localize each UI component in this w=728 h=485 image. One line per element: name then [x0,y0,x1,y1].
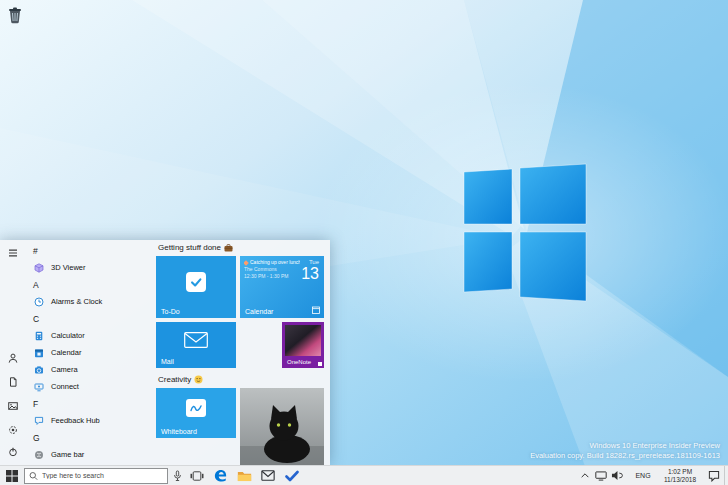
tile-onenote[interactable]: OneNote [282,322,324,368]
group-title-label: Creativity [158,375,191,384]
recycle-bin-icon[interactable] [7,6,23,24]
app-item-feedback-hub[interactable]: Feedback Hub [26,412,156,429]
tile-calendar[interactable]: Catching up over lunch The Commons 12:30… [240,256,324,318]
calendar-app-icon [33,347,44,358]
power-button[interactable] [0,441,26,463]
camera-icon [33,364,44,375]
network-tray-button[interactable] [593,466,609,485]
edge-browser-button[interactable] [208,466,232,485]
app-group-header-hash[interactable]: # [26,242,156,259]
onenote-live-image [285,325,321,356]
event-time: 12:30 PM - 1:30 PM [244,273,300,280]
watermark: Windows 10 Enterprise Insider Preview Ev… [530,441,720,461]
start-menu-rail [0,240,26,465]
tile-label: Calendar [245,308,273,315]
documents-button[interactable] [0,371,26,393]
file-explorer-button[interactable] [232,466,256,485]
tile-mail[interactable]: Mail [156,322,236,368]
documents-icon [8,377,18,387]
todo-app-button[interactable] [280,466,304,485]
todo-app-icon [186,272,206,292]
mail-envelope-icon [261,470,275,481]
search-input[interactable] [42,472,163,479]
tile-group-creativity[interactable]: Creativity [158,373,203,386]
connect-icon [33,381,44,392]
volume-tray-button[interactable] [609,466,625,485]
app-item-label: Camera [51,365,78,374]
action-center-button[interactable] [704,466,724,485]
tile-label: Mail [161,358,174,365]
task-view-icon [190,470,204,482]
volume-icon [611,470,623,481]
gear-icon [8,425,18,435]
edge-icon [213,468,228,483]
tile-whiteboard[interactable]: Whiteboard [156,388,236,438]
pictures-button[interactable] [0,395,26,417]
game-bar-icon [33,449,44,460]
windows-logo [464,164,586,301]
briefcase-emoji-icon [224,244,233,252]
hamburger-icon [8,248,18,258]
calendar-badge-icon [312,306,320,314]
desktop: Windows 10 Enterprise Insider Preview Ev… [0,0,728,485]
todo-check-icon [285,470,299,482]
app-item-label: 3D Viewer [51,263,85,272]
app-group-header-g[interactable]: G [26,429,156,446]
mail-app-button[interactable] [256,466,280,485]
app-item-label: Calendar [51,348,81,357]
settings-button[interactable] [0,419,26,441]
cat-photo [240,388,324,465]
app-item-calendar[interactable]: Calendar [26,344,156,361]
windows-logo-icon [6,470,18,482]
clock[interactable]: 1:02 PM 11/13/2018 [656,466,704,485]
show-hidden-icons-button[interactable] [577,466,593,485]
microphone-icon [172,470,183,482]
calendar-live-event: Catching up over lunch The Commons 12:30… [244,259,300,279]
event-title: Catching up over lunch [250,259,300,266]
show-desktop-button[interactable] [724,466,728,485]
start-menu: # 3D Viewer A Alarms & Clock C Calculato… [0,240,330,465]
group-title-label: Getting stuff done [158,243,221,252]
app-group-header-c[interactable]: C [26,310,156,327]
app-list: # 3D Viewer A Alarms & Clock C Calculato… [26,240,156,465]
onenote-badge-icon [318,362,322,366]
tile-label: To-Do [161,308,180,315]
app-item-camera[interactable]: Camera [26,361,156,378]
tile-todo[interactable]: To-Do [156,256,236,318]
pictures-icon [8,401,18,411]
app-item-alarms-clock[interactable]: Alarms & Clock [26,293,156,310]
app-item-label: Feedback Hub [51,416,100,425]
network-icon [595,471,607,481]
calendar-date: Tue 13 [301,259,319,282]
app-group-header-a[interactable]: A [26,276,156,293]
folder-icon [237,470,252,482]
search-icon [29,471,38,481]
app-item-game-bar[interactable]: Game bar [26,446,156,463]
envelope-icon [184,332,208,348]
power-icon [8,447,18,457]
search-box[interactable] [24,468,168,484]
smiley-emoji-icon [194,375,203,384]
language-indicator[interactable]: ENG [630,466,656,485]
feedback-hub-icon [33,415,44,426]
app-item-label: Alarms & Clock [51,297,102,306]
app-item-connect[interactable]: Connect [26,378,156,395]
action-center-icon [708,470,720,482]
app-item-3d-viewer[interactable]: 3D Viewer [26,259,156,276]
expand-menu-button[interactable] [0,242,26,264]
tile-group-getting-stuff-done[interactable]: Getting stuff done [158,241,233,254]
user-account-button[interactable] [0,347,26,369]
chevron-up-icon [580,471,590,480]
app-item-label: Calculator [51,331,85,340]
tile-photos[interactable] [240,388,324,465]
app-group-header-f[interactable]: F [26,395,156,412]
app-item-calculator[interactable]: Calculator [26,327,156,344]
user-icon [8,353,18,363]
event-accent-icon [244,260,249,266]
start-button[interactable] [0,466,24,485]
alarms-clock-icon [33,296,44,307]
cortana-microphone-button[interactable] [168,466,186,485]
taskbar: ENG 1:02 PM 11/13/2018 [0,465,728,485]
tile-label: Whiteboard [161,428,197,435]
task-view-button[interactable] [186,466,208,485]
